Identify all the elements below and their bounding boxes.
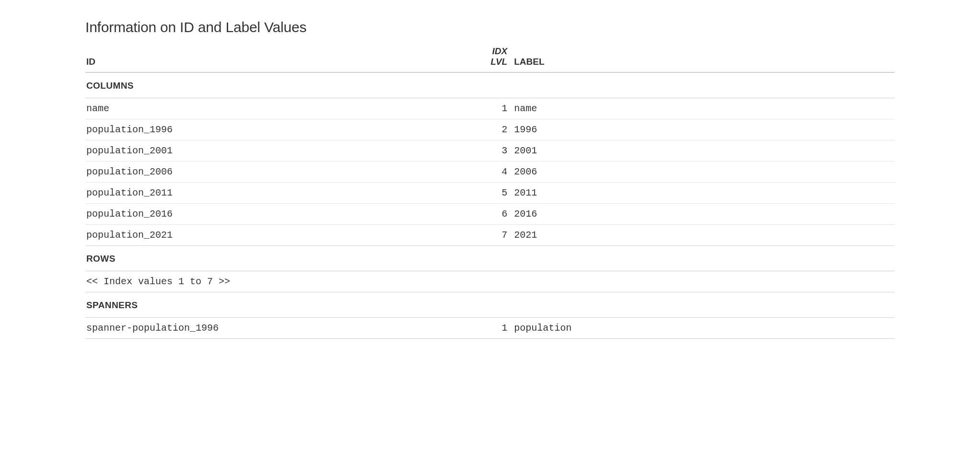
group-header-columns: COLUMNS (85, 72, 895, 98)
cell-idx: 7 (474, 224, 510, 245)
cell-idx: 5 (474, 182, 510, 203)
cell-id: population_2021 (85, 224, 474, 245)
cell-label: 2006 (510, 161, 895, 182)
cell-label: 1996 (510, 119, 895, 140)
group-header-rows: ROWS (85, 245, 895, 271)
group-header-spanners: SPANNERS (85, 292, 895, 317)
cell-idx: 6 (474, 203, 510, 224)
header-idx-line2: LVL (490, 57, 507, 67)
cell-idx: 1 (474, 317, 510, 338)
cell-id: population_2016 (85, 203, 474, 224)
cell-id: population_2006 (85, 161, 474, 182)
page: Information on ID and Label Values ID ID… (0, 0, 980, 358)
cell-idx: 1 (474, 98, 510, 119)
header-label: LABEL (510, 44, 895, 72)
table-row: population_2016 6 2016 (85, 203, 895, 224)
rows-index-note: << Index values 1 to 7 >> (85, 271, 895, 292)
header-id: ID (85, 44, 474, 72)
table-row: spanner-population_1996 1 population (85, 317, 895, 338)
cell-idx: 2 (474, 119, 510, 140)
page-title: Information on ID and Label Values (85, 19, 895, 35)
group-label: ROWS (85, 245, 895, 271)
cell-label: population (510, 317, 895, 338)
info-table: ID IDX LVL LABEL COLUMNS name 1 name pop… (85, 44, 895, 339)
cell-idx: 3 (474, 140, 510, 161)
table-row: population_2021 7 2021 (85, 224, 895, 245)
cell-label: name (510, 98, 895, 119)
header-idx-lvl: IDX LVL (474, 44, 510, 72)
table-row: name 1 name (85, 98, 895, 119)
cell-id: name (85, 98, 474, 119)
table-row: population_1996 2 1996 (85, 119, 895, 140)
cell-id: population_2001 (85, 140, 474, 161)
cell-id: population_1996 (85, 119, 474, 140)
cell-label: 2001 (510, 140, 895, 161)
group-label: COLUMNS (85, 72, 895, 98)
cell-idx: 4 (474, 161, 510, 182)
table-header-row: ID IDX LVL LABEL (85, 44, 895, 72)
table-row: population_2006 4 2006 (85, 161, 895, 182)
header-idx-line1: IDX (492, 46, 508, 56)
table-row: population_2001 3 2001 (85, 140, 895, 161)
cell-label: 2011 (510, 182, 895, 203)
table-row: population_2011 5 2011 (85, 182, 895, 203)
cell-id: spanner-population_1996 (85, 317, 474, 338)
cell-label: 2016 (510, 203, 895, 224)
rows-note-cell: << Index values 1 to 7 >> (85, 271, 895, 292)
group-label: SPANNERS (85, 292, 895, 317)
cell-label: 2021 (510, 224, 895, 245)
cell-id: population_2011 (85, 182, 474, 203)
